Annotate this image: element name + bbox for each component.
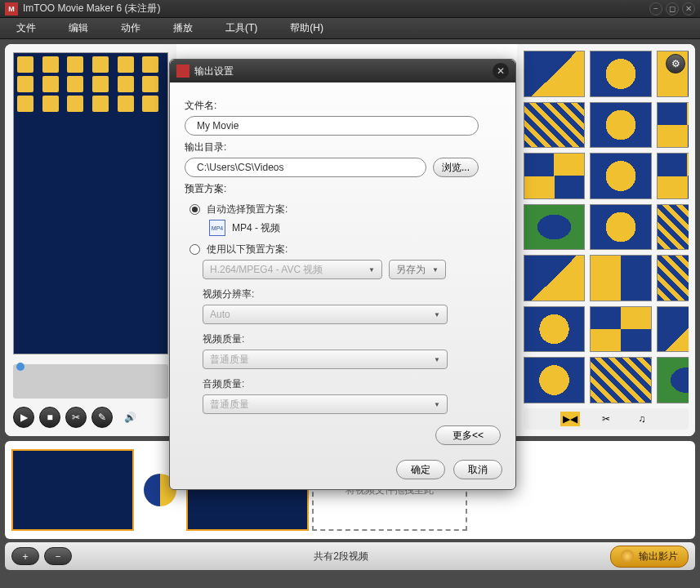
menu-help[interactable]: 帮助(H) — [290, 21, 323, 35]
preview-viewport[interactable] — [13, 52, 168, 354]
add-clip-button[interactable]: ＋ — [11, 547, 39, 565]
radio-auto-preset[interactable] — [189, 204, 200, 215]
tab-crop[interactable]: ✂ — [596, 412, 616, 426]
dialog-close-button[interactable]: ✕ — [493, 63, 509, 79]
filename-label: 文件名: — [185, 99, 501, 113]
transition-thumb[interactable] — [657, 204, 689, 251]
more-button[interactable]: 更多<< — [435, 425, 501, 445]
transition-thumb[interactable] — [590, 204, 651, 251]
export-settings-dialog: 输出设置 ✕ 文件名: My Movie 输出目录: C:\Users\CS\V… — [169, 59, 516, 490]
volume-icon[interactable]: 🔊 — [124, 412, 136, 423]
transition-thumb[interactable] — [590, 357, 651, 403]
bottom-bar: ＋ － 共有2段视频 输出影片 — [5, 542, 695, 570]
preview-column: ▶ ■ ✂ ✎ 🔊 — [5, 44, 176, 436]
video-quality-combo[interactable]: 普通质量▼ — [203, 350, 448, 369]
menu-file[interactable]: 文件 — [16, 21, 36, 35]
maximize-button[interactable]: ◻ — [666, 2, 679, 16]
play-button[interactable]: ▶ — [13, 407, 34, 428]
mp4-text: MP4 - 视频 — [232, 221, 280, 235]
cut-button[interactable]: ✂ — [65, 407, 87, 428]
status-text: 共有2段视频 — [314, 550, 368, 564]
timeline-clip[interactable] — [11, 449, 134, 531]
export-icon — [621, 550, 634, 563]
saveas-button[interactable]: 另存为▼ — [389, 260, 446, 279]
outdir-input[interactable]: C:\Users\CS\Videos — [185, 158, 426, 177]
export-button[interactable]: 输出影片 — [610, 546, 689, 568]
radio-auto-label: 自动选择预置方案: — [207, 203, 288, 216]
window-title: ImTOO Movie Maker 6 (未注册) — [23, 2, 160, 16]
resolution-combo[interactable]: Auto▼ — [203, 305, 448, 324]
export-label: 输出影片 — [639, 550, 678, 564]
menu-play[interactable]: 播放 — [173, 21, 193, 35]
transition-thumb[interactable] — [524, 306, 585, 353]
transition-thumb[interactable] — [657, 153, 689, 199]
resolution-label: 视频分辨率: — [203, 287, 501, 301]
dialog-logo-icon — [176, 65, 189, 78]
transition-thumb[interactable] — [524, 204, 585, 251]
transition-thumb[interactable] — [590, 255, 651, 301]
radio-custom-preset[interactable] — [189, 244, 200, 255]
dialog-title: 输出设置 — [194, 65, 234, 78]
panel-settings-button[interactable]: ⚙ — [666, 54, 685, 74]
cancel-button[interactable]: 取消 — [453, 460, 502, 479]
transition-thumb[interactable] — [590, 306, 651, 353]
tab-transitions[interactable]: ▶◀ — [560, 412, 580, 426]
transition-thumb[interactable] — [590, 51, 651, 97]
transition-thumb[interactable] — [524, 51, 585, 97]
transition-thumb[interactable] — [657, 255, 689, 301]
transition-thumb[interactable] — [524, 102, 585, 149]
preset-combo[interactable]: H.264/MPEG4 - AVC 视频▼ — [203, 260, 382, 279]
menu-tools[interactable]: 工具(T) — [225, 21, 257, 35]
video-quality-label: 视频质量: — [203, 332, 501, 346]
transition-thumb[interactable] — [657, 357, 689, 403]
transitions-panel: ▶◀ ✂ ♫ — [517, 44, 695, 436]
transition-thumb[interactable] — [524, 153, 585, 199]
menu-action[interactable]: 动作 — [121, 21, 140, 35]
filename-input[interactable]: My Movie — [185, 116, 479, 136]
edit-button[interactable]: ✎ — [91, 407, 113, 428]
transition-thumb[interactable] — [590, 153, 651, 199]
minimize-button[interactable]: − — [649, 2, 662, 16]
transition-thumb[interactable] — [657, 306, 689, 353]
close-button[interactable]: ✕ — [682, 2, 695, 16]
transition-thumb[interactable] — [524, 255, 585, 301]
audio-quality-label: 音频质量: — [203, 377, 501, 391]
ok-button[interactable]: 确定 — [396, 460, 445, 479]
title-bar: M ImTOO Movie Maker 6 (未注册) − ◻ ✕ — [0, 0, 700, 18]
outdir-label: 输出目录: — [185, 140, 501, 154]
menu-bar: 文件 编辑 动作 播放 工具(T) 帮助(H) — [0, 18, 700, 39]
app-logo-icon: M — [5, 2, 18, 16]
audio-quality-combo[interactable]: 普通质量▼ — [203, 394, 448, 414]
transition-thumb[interactable] — [590, 102, 651, 149]
tab-audio[interactable]: ♫ — [632, 412, 652, 426]
transition-thumb[interactable] — [657, 102, 689, 149]
radio-custom-label: 使用以下预置方案: — [207, 243, 288, 256]
menu-edit[interactable]: 编辑 — [69, 21, 88, 35]
stop-button[interactable]: ■ — [39, 407, 60, 428]
seek-slider[interactable] — [13, 364, 168, 399]
dialog-titlebar[interactable]: 输出设置 ✕ — [170, 60, 515, 82]
mp4-icon: MP4 — [209, 220, 225, 236]
preset-section-label: 预置方案: — [185, 182, 501, 196]
transition-thumb[interactable] — [524, 357, 585, 403]
remove-clip-button[interactable]: － — [44, 547, 72, 565]
browse-button[interactable]: 浏览... — [433, 158, 479, 177]
